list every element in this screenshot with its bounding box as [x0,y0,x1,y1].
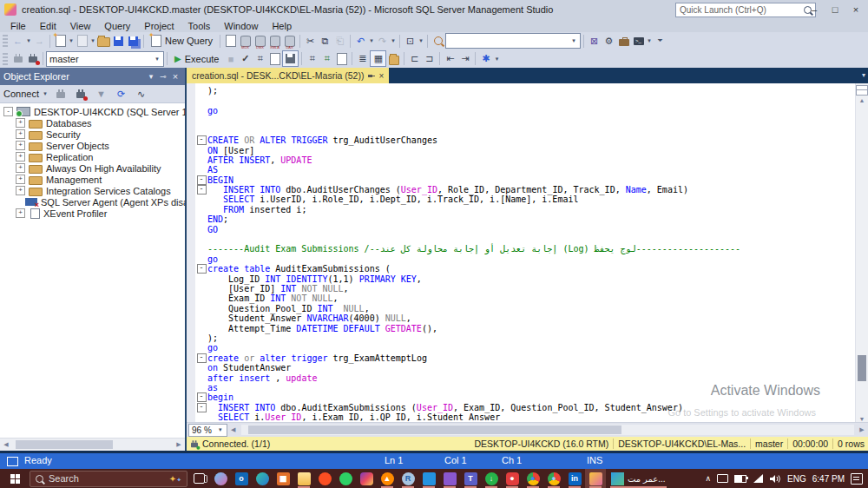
toolbox-icon[interactable] [616,34,631,49]
volume-icon[interactable] [770,474,781,484]
restore-button[interactable]: □ [825,0,845,19]
back-icon[interactable]: ← [10,34,25,49]
code-line[interactable]: ); [195,86,855,96]
code-line[interactable]: go [195,106,855,115]
live-query-stats-icon[interactable] [334,51,349,66]
results-to-grid-icon[interactable]: ▦ [370,50,386,67]
expand-icon[interactable]: + [16,118,25,128]
close-icon[interactable]: × [169,71,181,82]
notification-center-icon[interactable] [851,473,863,485]
collapse-icon[interactable]: - [3,107,13,116]
idm-icon[interactable]: ↓ [481,469,502,488]
dax-query-icon[interactable]: DAX [282,34,297,49]
splitter-handle[interactable] [856,85,868,96]
code-line[interactable]: on StudentAnswer [195,363,855,373]
find-combobox[interactable]: ▾ [445,33,581,49]
office-icon[interactable]: ▦ [273,469,293,488]
include-client-stats-icon[interactable]: ⌗ [319,51,334,66]
code-line[interactable]: SELECT i.User_ID, i.Exam_ID, i.QP_ID, i.… [195,412,855,422]
file-explorer-icon[interactable] [293,469,314,488]
language-indicator[interactable]: ENG [787,474,806,484]
scrollbar-thumb[interactable] [16,440,113,449]
tree-item-server-objects[interactable]: +Server Objects [0,140,185,151]
scrollbar-thumb[interactable] [248,425,621,434]
linkedin-icon[interactable]: in [564,469,585,488]
paste-icon[interactable]: ⎗ [332,34,347,49]
database-name[interactable]: master [755,439,783,449]
comment-icon[interactable]: ⊏ [407,51,422,66]
whatsapp-icon[interactable] [335,469,356,488]
expand-icon[interactable]: + [16,141,25,150]
fold-collapse-icon[interactable]: - [195,353,207,363]
mdx-query-icon[interactable]: MDX [238,34,253,49]
fold-collapse-icon[interactable]: - [195,185,207,195]
brave-icon[interactable] [314,469,335,488]
scrollbar-track[interactable] [856,103,868,416]
execute-button[interactable]: ▶Execute [170,51,223,67]
filter-icon[interactable]: ▼ [94,87,108,102]
code-line[interactable]: go [195,254,855,264]
vlc-icon[interactable]: ▲ [377,469,398,488]
code-line[interactable] [195,115,855,125]
code-line[interactable]: -BEGIN [195,175,855,185]
wrench-icon[interactable]: ⚙ [602,34,616,49]
chrome-icon[interactable]: ● [523,469,543,488]
parse-icon[interactable]: ✓ [238,51,253,66]
expand-icon[interactable]: + [16,152,25,162]
minimize-button[interactable]: – [804,0,825,19]
tree-item-xevent-profiler[interactable]: +XEvent Profiler [0,208,185,219]
scroll-up-icon[interactable]: ▲ [856,97,868,103]
scroll-right-icon[interactable]: ▶ [173,441,185,448]
code-line[interactable]: FROM inserted i; [195,205,855,214]
taskbar-search-input[interactable]: Search ✦✦ [30,471,187,487]
code-line[interactable]: -create table AuditExamSubmissions ( [195,264,855,274]
expand-icon[interactable]: + [16,129,25,139]
sqlcmd-icon[interactable]: ✱ [478,51,493,66]
include-actual-plan-icon[interactable]: ⌗ [305,51,319,66]
instagram-icon[interactable] [356,469,377,488]
scrollbar-thumb[interactable] [858,355,866,381]
code-line[interactable]: Log_ID INT IDENTITY(1,1) PRIMARY KEY, [195,274,855,283]
toolbar-grip[interactable] [3,35,8,47]
save-icon[interactable] [111,34,126,49]
connect-icon[interactable] [10,51,25,66]
code-line[interactable]: [User_ID] INT NOT NULL, [195,284,855,293]
code-line[interactable]: go [195,343,855,353]
cancel-query-icon[interactable]: ■ [223,51,238,66]
close-button[interactable]: × [845,0,866,19]
code-line[interactable]: Question_Pool_ID INT NULL, [195,304,855,313]
code-line[interactable]: END; [195,214,855,224]
database-engine-query-icon[interactable] [223,34,238,49]
decrease-indent-icon[interactable]: ⇤ [443,51,457,66]
selector-icon[interactable]: ⊡ [403,34,418,49]
document-list-icon[interactable]: ▾ [862,71,865,79]
scroll-down-icon[interactable]: ▼ [856,416,868,422]
tree-item-sql-server-agent-agent-xps-dis[interactable]: SQL Server Agent (Agent XPs disabled) [0,196,185,208]
code-line[interactable]: -------Audit Exam Submissions /--لوج يحف… [195,244,855,254]
code-line[interactable]: Attempt_Time DATETIME DEFAULT GETDATE(), [195,323,855,333]
code-line[interactable]: -CREATE OR ALTER TRIGGER trg_AuditUserCh… [195,135,855,145]
outlook-icon[interactable]: o [231,469,252,488]
tray-expand-icon[interactable]: ∧ [705,474,711,483]
activity-monitor-icon[interactable]: ∿ [134,87,148,102]
code-line[interactable]: -create or alter trigger trg_ExamAttempt… [195,353,855,363]
refresh-icon[interactable]: ⟳ [114,87,128,102]
connect-button[interactable]: Connect▾ [3,89,49,99]
find-icon[interactable] [431,34,445,49]
code-line[interactable] [195,126,855,135]
copilot-icon[interactable] [210,469,231,488]
open-file-icon[interactable] [75,34,89,49]
document-window-button[interactable]: عمر مت... [606,469,671,488]
code-area[interactable]: );go-CREATE OR ALTER TRIGGER trg_AuditUs… [195,83,855,422]
battery-icon[interactable] [734,475,746,483]
menu-view[interactable]: View [63,19,98,32]
menu-edit[interactable]: Edit [33,19,63,32]
code-line[interactable]: ON [User] [195,145,855,155]
tree-item-security[interactable]: +Security [0,129,185,140]
change-connection-icon[interactable] [25,51,40,66]
code-line[interactable]: -begin [195,392,855,402]
code-line[interactable]: - INSERT INTO dbo.AuditUserChanges (User… [195,185,855,195]
tree-item-integration-services-catalogs[interactable]: +Integration Services Catalogs [0,185,185,196]
results-to-text-icon[interactable]: ≣ [355,51,370,66]
uncomment-icon[interactable]: ⊐ [422,51,437,66]
